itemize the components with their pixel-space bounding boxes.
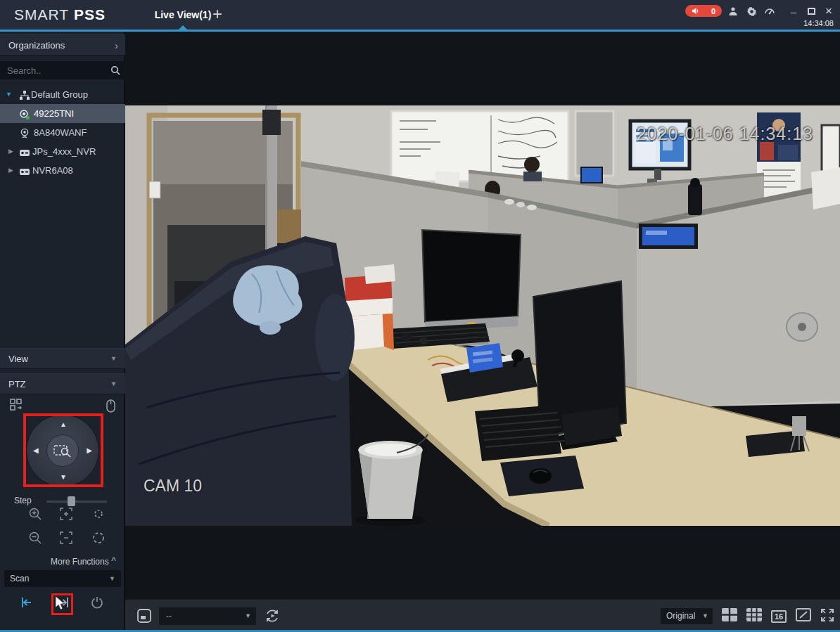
grid-9-split-button[interactable]: [746, 608, 762, 624]
chevron-down-icon: ▼: [109, 570, 115, 587]
system-clock: 14:34:08: [803, 19, 834, 27]
mouse-cursor: [55, 595, 67, 612]
tab-active-caret-icon: [179, 25, 187, 30]
ptz-joystick-pad[interactable]: ▲ ▼ ◀ ▶: [26, 414, 99, 487]
organizations-header[interactable]: Organizations ›: [0, 34, 125, 56]
tour-refresh-icon[interactable]: [265, 608, 280, 624]
chevron-down-icon: ▼: [110, 349, 117, 369]
step-slider[interactable]: [46, 501, 107, 503]
maximize-icon: [808, 8, 815, 15]
metal-fan: [787, 313, 817, 341]
save-view-icon[interactable]: [136, 608, 152, 624]
grid-16-split-button[interactable]: 16: [771, 610, 787, 623]
expand-open-icon[interactable]: ▼: [6, 85, 12, 104]
nvr-device-icon: [19, 165, 30, 183]
minimize-button[interactable]: –: [787, 4, 801, 18]
alarm-badge[interactable]: 0: [685, 5, 722, 17]
focus-near-button[interactable]: [59, 507, 73, 521]
ptz-up-button[interactable]: ▲: [60, 420, 67, 428]
device-search: [0, 61, 125, 79]
search-input[interactable]: [0, 61, 106, 79]
expand-closed-icon[interactable]: ▶: [8, 142, 13, 161]
zoom-out-button[interactable]: [28, 531, 42, 545]
light-switch: [149, 181, 160, 198]
ptz-panel-header[interactable]: PTZ ▼: [0, 373, 125, 394]
liveview-toolbar: -- ▼ Original ▼ 16: [125, 599, 840, 632]
tree-item-nvr6a08[interactable]: ▶ NVR6A08: [0, 161, 125, 180]
close-button[interactable]: ×: [822, 4, 836, 18]
keyboard: [475, 405, 565, 461]
ptz-down-button[interactable]: ▼: [60, 473, 67, 481]
more-functions-label[interactable]: More Functions: [51, 557, 109, 567]
tree-item-8a840wanf[interactable]: 8A840WANF: [0, 123, 125, 142]
interior-window: [575, 111, 613, 176]
chevron-down-icon: ▼: [245, 607, 251, 625]
speaker-icon: [692, 7, 699, 15]
ptz-left-button[interactable]: ◀: [33, 446, 39, 454]
user-icon[interactable]: [726, 4, 740, 18]
iris-close-button[interactable]: [91, 507, 106, 521]
scan-set-left-button[interactable]: [20, 596, 34, 610]
zoom-in-button[interactable]: [28, 507, 42, 521]
video-timestamp: 2020-01-06 14:34:13: [637, 124, 813, 144]
view-panel-header[interactable]: View ▼: [0, 348, 125, 369]
dashboard-gauge-icon[interactable]: [763, 4, 777, 18]
chevron-right-icon: ›: [115, 35, 118, 56]
search-icon[interactable]: [110, 65, 120, 78]
ptz-right-button[interactable]: ▶: [87, 446, 92, 454]
alarm-count: 0: [711, 7, 715, 15]
person-head: [524, 157, 540, 172]
stream-type-dropdown[interactable]: -- ▼: [159, 607, 256, 625]
device-sidebar: Organizations › ▼ Default Group 49225TNI: [0, 32, 125, 632]
ptz-area-zoom-button[interactable]: [46, 434, 79, 467]
scan-dropdown[interactable]: Scan ▼: [4, 570, 121, 587]
add-tab-button[interactable]: +: [208, 0, 227, 30]
cubicle-monitor: [639, 224, 698, 249]
step-slider-handle[interactable]: [68, 496, 75, 506]
tree-item-default-group[interactable]: ▼ Default Group: [0, 85, 125, 104]
settings-gear-icon[interactable]: [744, 4, 758, 18]
iris-open-button[interactable]: [91, 531, 106, 545]
chevron-down-icon: ▼: [702, 608, 708, 624]
video-pane[interactable]: 2020-01-06 14:34:13 CAM 10: [125, 32, 840, 599]
virtual-joystick-toggle-icon[interactable]: [9, 398, 23, 412]
camera-name-overlay: CAM 10: [144, 477, 202, 496]
distant-monitor: [581, 167, 602, 183]
scale-dropdown[interactable]: Original ▼: [661, 608, 713, 624]
focus-far-button[interactable]: [59, 531, 73, 545]
expand-closed-icon[interactable]: ▶: [8, 161, 13, 180]
step-label: Step: [14, 496, 32, 505]
maximize-button[interactable]: [804, 4, 818, 18]
mouse-control-icon[interactable]: [106, 399, 116, 413]
scan-start-stop-power-button[interactable]: [90, 595, 104, 610]
custom-split-button[interactable]: [796, 608, 811, 624]
fullscreen-button[interactable]: [820, 608, 834, 625]
chevron-down-icon: ▼: [110, 374, 117, 394]
microphone: [401, 333, 412, 342]
tree-item-jps-4xxx-nvr[interactable]: ▶ JPs_4xxx_NVR: [0, 142, 125, 161]
grid-4-split-button[interactable]: [722, 608, 737, 624]
live-video-feed[interactable]: [125, 105, 840, 526]
leaning-paper: [811, 167, 840, 209]
chevron-up-icon[interactable]: ^: [111, 555, 116, 565]
app-logo: SMART PSS: [14, 0, 106, 30]
smartpss-window: SMART PSS Live View(1) + 0 – × 14:34:08 …: [0, 0, 840, 632]
tree-item-49225tni[interactable]: 49225TNI: [0, 104, 125, 123]
area-zoom-icon: [53, 444, 72, 458]
title-bar: SMART PSS Live View(1) + 0 – × 14:34:08: [0, 0, 840, 32]
